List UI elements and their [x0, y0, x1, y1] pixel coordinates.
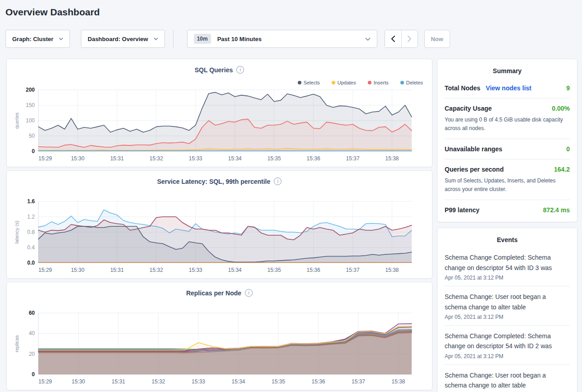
event-item[interactable]: Schema Change: User root began a schema …: [445, 286, 570, 325]
svg-text:15:33: 15:33: [192, 378, 205, 385]
svg-text:1.2: 1.2: [27, 214, 35, 220]
svg-text:0.0: 0.0: [27, 260, 35, 266]
svg-text:15:31: 15:31: [112, 378, 125, 385]
time-next-button[interactable]: [401, 30, 418, 47]
summary-item: P99 latency 872.4 ms: [445, 200, 570, 220]
svg-text:1.6: 1.6: [27, 199, 35, 205]
summary-value: 164.2: [554, 166, 570, 173]
svg-text:15:36: 15:36: [311, 378, 325, 385]
svg-text:15:38: 15:38: [385, 155, 399, 162]
svg-text:40: 40: [29, 330, 35, 336]
chart-title: Service Latency: SQL, 99th percentile: [157, 178, 271, 185]
chart-panel-replicas-per-node: Replicas per Node i 020406015:2915:3015:…: [6, 282, 432, 390]
event-item[interactable]: Schema Change Completed: Schema change o…: [445, 247, 570, 286]
chevron-left-icon: [391, 36, 395, 42]
legend-item-deletes[interactable]: Deletes: [400, 80, 423, 85]
view-nodes-link[interactable]: View nodes list: [486, 84, 531, 92]
event-text: Schema Change Completed: Schema change o…: [445, 252, 570, 273]
chart-legend: SelectsUpdatesInsertsDeletes: [298, 80, 423, 85]
chart-panel-service-latency: Service Latency: SQL, 99th percentile i …: [6, 170, 432, 279]
time-range-badge: 10m: [194, 34, 211, 44]
svg-text:15:37: 15:37: [346, 267, 360, 273]
svg-text:15:36: 15:36: [307, 267, 320, 273]
time-range-selector[interactable]: 10m Past 10 Minutes: [187, 30, 377, 48]
graph-dropdown[interactable]: Graph: Cluster: [5, 30, 70, 48]
time-prev-button[interactable]: [385, 30, 401, 47]
svg-text:15:29: 15:29: [38, 267, 52, 273]
summary-item: Total Nodes View nodes list 9: [445, 78, 570, 98]
svg-text:15:30: 15:30: [71, 155, 84, 162]
summary-items: Total Nodes View nodes list 9 Capacity U…: [445, 78, 570, 220]
dashboard-dropdown-label: Dashboard: Overview: [88, 36, 148, 42]
event-items: Schema Change Completed: Schema change o…: [445, 247, 570, 392]
event-time: Apr 05, 2021 at 3:12 PM: [445, 275, 570, 281]
legend-dot: [400, 81, 404, 84]
event-item[interactable]: Schema Change: User root began a schema …: [445, 364, 570, 392]
chevron-down-icon: [365, 37, 371, 41]
svg-text:0: 0: [32, 148, 35, 154]
summary-label: Queries per second: [445, 166, 504, 173]
chart-title: SQL Queries: [195, 66, 233, 74]
sidebar-column: Summary Total Nodes View nodes list 9 Ca…: [437, 59, 577, 392]
info-icon[interactable]: i: [245, 289, 253, 297]
svg-text:replicas: replicas: [14, 335, 19, 352]
svg-text:100: 100: [26, 117, 35, 124]
event-time: Apr 05, 2021 at 3:12 PM: [445, 353, 570, 359]
legend-item-updates[interactable]: Updates: [332, 80, 356, 85]
info-icon[interactable]: i: [274, 177, 282, 185]
chevron-right-icon: [408, 36, 412, 42]
graph-dropdown-label: Graph: Cluster: [12, 36, 53, 42]
svg-text:200: 200: [26, 87, 35, 93]
svg-text:50: 50: [29, 133, 35, 139]
chevron-down-icon: [154, 37, 158, 40]
svg-text:15:34: 15:34: [228, 267, 242, 273]
toolbar: Graph: Cluster Dashboard: Overview 10m P…: [5, 30, 577, 48]
events-title: Events: [445, 236, 570, 243]
summary-value: 9: [566, 84, 570, 92]
summary-item: Queries per second 164.2 Sum of Selects,…: [445, 159, 570, 200]
event-text: Schema Change: User root began a schema …: [445, 292, 570, 312]
summary-value: 0: [566, 145, 570, 153]
svg-text:15:36: 15:36: [307, 155, 320, 162]
service-latency-chart[interactable]: 0.00.40.81.21.615:2915:3015:3115:3215:33…: [12, 199, 427, 276]
legend-item-inserts[interactable]: Inserts: [368, 80, 389, 85]
svg-text:150: 150: [26, 102, 35, 108]
summary-value: 872.4 ms: [543, 206, 570, 214]
now-button[interactable]: Now: [424, 30, 450, 48]
event-item[interactable]: Schema Change Completed: Schema change o…: [445, 325, 570, 364]
event-text: Schema Change Completed: Schema change o…: [445, 331, 570, 351]
svg-text:0: 0: [32, 371, 35, 378]
svg-text:15:29: 15:29: [38, 155, 52, 162]
legend-dot: [368, 81, 371, 84]
chevron-down-icon: [59, 37, 63, 40]
time-step-buttons: [385, 30, 418, 48]
page-title: Overview Dashboard: [5, 7, 582, 18]
svg-text:15:34: 15:34: [231, 378, 245, 385]
time-range-label: Past 10 Minutes: [217, 36, 262, 42]
dashboard-dropdown[interactable]: Dashboard: Overview: [81, 30, 165, 48]
legend-dot: [332, 81, 335, 84]
svg-text:15:31: 15:31: [110, 155, 124, 162]
svg-text:15:29: 15:29: [38, 378, 52, 385]
sql-queries-chart[interactable]: 05010015020015:2915:3015:3115:3215:3315:…: [12, 87, 427, 165]
svg-text:15:37: 15:37: [346, 155, 360, 162]
replicas-per-node-chart[interactable]: 020406015:2915:3015:3115:3215:3315:3415:…: [12, 310, 427, 388]
summary-panel: Summary Total Nodes View nodes list 9 Ca…: [437, 59, 577, 222]
svg-text:15:37: 15:37: [352, 378, 365, 385]
summary-label: Total Nodes: [445, 84, 480, 92]
svg-text:15:32: 15:32: [150, 155, 163, 162]
summary-label: P99 latency: [445, 206, 479, 214]
event-time: Apr 05, 2021 at 3:12 PM: [445, 314, 570, 320]
svg-text:60: 60: [29, 310, 35, 316]
info-icon[interactable]: i: [236, 66, 244, 74]
summary-label: Unavailable ranges: [445, 145, 502, 153]
svg-text:0.8: 0.8: [27, 229, 35, 235]
svg-text:15:38: 15:38: [385, 267, 399, 273]
svg-text:15:32: 15:32: [151, 378, 165, 385]
svg-text:15:32: 15:32: [150, 267, 163, 273]
legend-item-selects[interactable]: Selects: [298, 80, 320, 85]
svg-text:15:33: 15:33: [189, 267, 202, 273]
legend-dot: [298, 81, 301, 84]
svg-text:15:35: 15:35: [268, 155, 281, 162]
svg-text:queries: queries: [14, 112, 19, 129]
